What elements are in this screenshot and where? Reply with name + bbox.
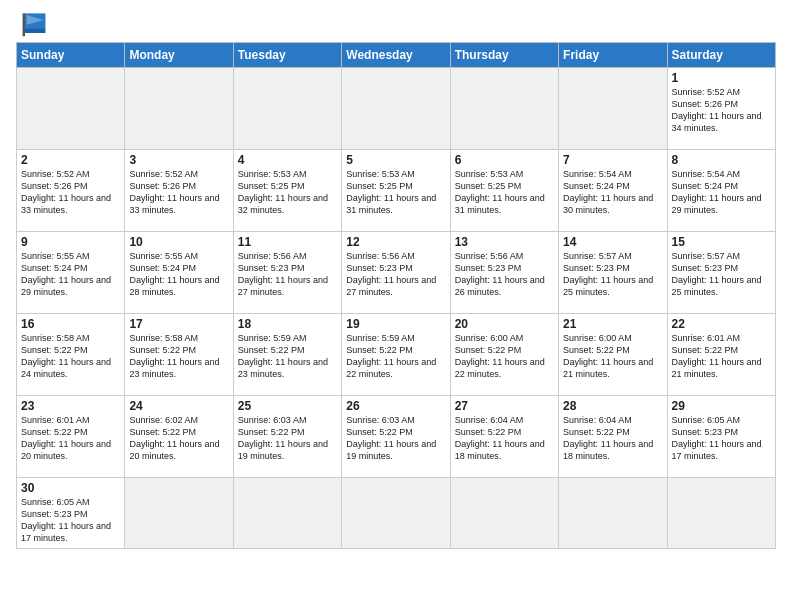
day-number: 7 — [563, 153, 662, 167]
header — [16, 10, 776, 38]
calendar-cell: 13Sunrise: 5:56 AMSunset: 5:23 PMDayligh… — [450, 232, 558, 314]
calendar-cell: 12Sunrise: 5:56 AMSunset: 5:23 PMDayligh… — [342, 232, 450, 314]
calendar-week-1: 2Sunrise: 5:52 AMSunset: 5:26 PMDaylight… — [17, 150, 776, 232]
calendar-cell: 23Sunrise: 6:01 AMSunset: 5:22 PMDayligh… — [17, 396, 125, 478]
calendar-cell: 9Sunrise: 5:55 AMSunset: 5:24 PMDaylight… — [17, 232, 125, 314]
day-info: Sunrise: 5:59 AMSunset: 5:22 PMDaylight:… — [238, 332, 337, 381]
col-header-thursday: Thursday — [450, 43, 558, 68]
calendar-cell: 1Sunrise: 5:52 AMSunset: 5:26 PMDaylight… — [667, 68, 775, 150]
day-info: Sunrise: 5:55 AMSunset: 5:24 PMDaylight:… — [21, 250, 120, 299]
logo — [16, 10, 56, 38]
calendar-cell — [667, 478, 775, 549]
calendar-cell: 21Sunrise: 6:00 AMSunset: 5:22 PMDayligh… — [559, 314, 667, 396]
day-info: Sunrise: 5:57 AMSunset: 5:23 PMDaylight:… — [672, 250, 771, 299]
calendar-cell: 28Sunrise: 6:04 AMSunset: 5:22 PMDayligh… — [559, 396, 667, 478]
day-info: Sunrise: 5:56 AMSunset: 5:23 PMDaylight:… — [346, 250, 445, 299]
calendar-cell: 14Sunrise: 5:57 AMSunset: 5:23 PMDayligh… — [559, 232, 667, 314]
col-header-monday: Monday — [125, 43, 233, 68]
day-info: Sunrise: 6:05 AMSunset: 5:23 PMDaylight:… — [672, 414, 771, 463]
calendar-cell: 3Sunrise: 5:52 AMSunset: 5:26 PMDaylight… — [125, 150, 233, 232]
generalblue-icon — [16, 10, 52, 38]
day-number: 24 — [129, 399, 228, 413]
calendar-cell: 5Sunrise: 5:53 AMSunset: 5:25 PMDaylight… — [342, 150, 450, 232]
day-number: 12 — [346, 235, 445, 249]
svg-rect-2 — [23, 13, 25, 36]
col-header-tuesday: Tuesday — [233, 43, 341, 68]
day-number: 1 — [672, 71, 771, 85]
calendar-cell: 22Sunrise: 6:01 AMSunset: 5:22 PMDayligh… — [667, 314, 775, 396]
day-number: 3 — [129, 153, 228, 167]
day-number: 5 — [346, 153, 445, 167]
day-info: Sunrise: 5:59 AMSunset: 5:22 PMDaylight:… — [346, 332, 445, 381]
calendar-cell: 30Sunrise: 6:05 AMSunset: 5:23 PMDayligh… — [17, 478, 125, 549]
calendar-cell: 20Sunrise: 6:00 AMSunset: 5:22 PMDayligh… — [450, 314, 558, 396]
day-info: Sunrise: 5:52 AMSunset: 5:26 PMDaylight:… — [672, 86, 771, 135]
calendar-cell: 29Sunrise: 6:05 AMSunset: 5:23 PMDayligh… — [667, 396, 775, 478]
calendar-cell: 2Sunrise: 5:52 AMSunset: 5:26 PMDaylight… — [17, 150, 125, 232]
calendar-cell — [450, 478, 558, 549]
day-number: 16 — [21, 317, 120, 331]
calendar-cell — [450, 68, 558, 150]
calendar-cell: 26Sunrise: 6:03 AMSunset: 5:22 PMDayligh… — [342, 396, 450, 478]
day-number: 29 — [672, 399, 771, 413]
day-number: 17 — [129, 317, 228, 331]
day-number: 2 — [21, 153, 120, 167]
day-info: Sunrise: 6:01 AMSunset: 5:22 PMDaylight:… — [672, 332, 771, 381]
calendar-cell: 4Sunrise: 5:53 AMSunset: 5:25 PMDaylight… — [233, 150, 341, 232]
col-header-sunday: Sunday — [17, 43, 125, 68]
day-number: 30 — [21, 481, 120, 495]
day-number: 14 — [563, 235, 662, 249]
day-info: Sunrise: 6:04 AMSunset: 5:22 PMDaylight:… — [563, 414, 662, 463]
day-info: Sunrise: 6:00 AMSunset: 5:22 PMDaylight:… — [455, 332, 554, 381]
day-number: 15 — [672, 235, 771, 249]
calendar-cell: 16Sunrise: 5:58 AMSunset: 5:22 PMDayligh… — [17, 314, 125, 396]
calendar-cell — [125, 68, 233, 150]
day-number: 18 — [238, 317, 337, 331]
calendar-week-2: 9Sunrise: 5:55 AMSunset: 5:24 PMDaylight… — [17, 232, 776, 314]
day-info: Sunrise: 5:56 AMSunset: 5:23 PMDaylight:… — [238, 250, 337, 299]
calendar-cell: 24Sunrise: 6:02 AMSunset: 5:22 PMDayligh… — [125, 396, 233, 478]
day-number: 8 — [672, 153, 771, 167]
col-header-friday: Friday — [559, 43, 667, 68]
calendar-week-0: 1Sunrise: 5:52 AMSunset: 5:26 PMDaylight… — [17, 68, 776, 150]
day-number: 26 — [346, 399, 445, 413]
calendar-cell: 6Sunrise: 5:53 AMSunset: 5:25 PMDaylight… — [450, 150, 558, 232]
day-number: 25 — [238, 399, 337, 413]
day-number: 13 — [455, 235, 554, 249]
col-header-saturday: Saturday — [667, 43, 775, 68]
calendar-week-5: 30Sunrise: 6:05 AMSunset: 5:23 PMDayligh… — [17, 478, 776, 549]
calendar-cell: 18Sunrise: 5:59 AMSunset: 5:22 PMDayligh… — [233, 314, 341, 396]
calendar-cell: 25Sunrise: 6:03 AMSunset: 5:22 PMDayligh… — [233, 396, 341, 478]
calendar-cell: 17Sunrise: 5:58 AMSunset: 5:22 PMDayligh… — [125, 314, 233, 396]
day-number: 10 — [129, 235, 228, 249]
calendar-cell — [342, 68, 450, 150]
day-number: 22 — [672, 317, 771, 331]
day-info: Sunrise: 6:02 AMSunset: 5:22 PMDaylight:… — [129, 414, 228, 463]
day-number: 11 — [238, 235, 337, 249]
calendar-cell — [17, 68, 125, 150]
calendar-cell: 15Sunrise: 5:57 AMSunset: 5:23 PMDayligh… — [667, 232, 775, 314]
day-info: Sunrise: 6:04 AMSunset: 5:22 PMDaylight:… — [455, 414, 554, 463]
day-number: 28 — [563, 399, 662, 413]
day-info: Sunrise: 5:54 AMSunset: 5:24 PMDaylight:… — [563, 168, 662, 217]
calendar-cell — [559, 68, 667, 150]
day-number: 4 — [238, 153, 337, 167]
day-info: Sunrise: 5:54 AMSunset: 5:24 PMDaylight:… — [672, 168, 771, 217]
calendar-cell — [342, 478, 450, 549]
calendar-cell: 10Sunrise: 5:55 AMSunset: 5:24 PMDayligh… — [125, 232, 233, 314]
calendar-cell: 19Sunrise: 5:59 AMSunset: 5:22 PMDayligh… — [342, 314, 450, 396]
day-info: Sunrise: 6:03 AMSunset: 5:22 PMDaylight:… — [346, 414, 445, 463]
calendar-cell — [233, 478, 341, 549]
day-info: Sunrise: 5:53 AMSunset: 5:25 PMDaylight:… — [455, 168, 554, 217]
day-info: Sunrise: 6:05 AMSunset: 5:23 PMDaylight:… — [21, 496, 120, 545]
day-number: 6 — [455, 153, 554, 167]
day-info: Sunrise: 5:57 AMSunset: 5:23 PMDaylight:… — [563, 250, 662, 299]
calendar-header-row: SundayMondayTuesdayWednesdayThursdayFrid… — [17, 43, 776, 68]
day-info: Sunrise: 5:55 AMSunset: 5:24 PMDaylight:… — [129, 250, 228, 299]
day-number: 19 — [346, 317, 445, 331]
day-info: Sunrise: 5:58 AMSunset: 5:22 PMDaylight:… — [129, 332, 228, 381]
calendar: SundayMondayTuesdayWednesdayThursdayFrid… — [16, 42, 776, 549]
day-info: Sunrise: 5:52 AMSunset: 5:26 PMDaylight:… — [129, 168, 228, 217]
calendar-cell — [125, 478, 233, 549]
day-info: Sunrise: 5:58 AMSunset: 5:22 PMDaylight:… — [21, 332, 120, 381]
